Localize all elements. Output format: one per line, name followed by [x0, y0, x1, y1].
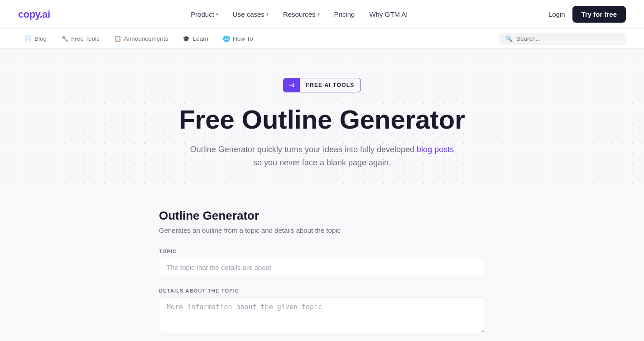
topic-field-group: TOPIC [159, 249, 485, 277]
try-for-free-button[interactable]: Try for free [572, 6, 626, 23]
subnav-search-container: 🔍 [499, 33, 626, 45]
logo-text: copy [18, 9, 40, 20]
main-content: Outline Generator Generates an outline f… [141, 191, 503, 341]
subnav-label-announcements: Announcements [124, 35, 168, 42]
subnav-label-learn: Learn [192, 35, 208, 42]
hero-section: FREE AI TOOLS Free Outline Generator Out… [0, 49, 644, 191]
details-label: DETAILS ABOUT THE TOPIC [159, 288, 485, 293]
subnav-item-how-to[interactable]: 🌐How To [216, 33, 260, 45]
announcements-icon: 📋 [114, 35, 121, 42]
chevron-down-icon: ▾ [317, 12, 320, 17]
subnav-label-blog: Blog [34, 35, 47, 42]
badge-label: FREE AI TOOLS [300, 79, 361, 91]
login-link[interactable]: Login [548, 10, 565, 18]
hero-subtitle-link[interactable]: blog posts [417, 145, 454, 154]
megaphone-icon [288, 82, 295, 89]
nav-item-product[interactable]: Product▾ [191, 10, 218, 18]
subnav-left: 📄Blog🔧Free Tools📋Announcements🎓Learn🌐How… [18, 33, 499, 45]
badge-icon-box [284, 78, 300, 92]
subnav-item-blog[interactable]: 📄Blog [18, 33, 53, 45]
subnav-label-free-tools: Free Tools [71, 35, 100, 42]
subnav-label-how-to: How To [233, 35, 253, 42]
nav-right: Login Try for free [548, 6, 626, 23]
subnav-item-announcements[interactable]: 📋Announcements [108, 33, 175, 45]
navbar: copy.ai Product▾Use cases▾Resources▾Pric… [0, 0, 644, 29]
tool-title: Outline Generator [159, 209, 485, 223]
blog-icon: 📄 [24, 35, 32, 42]
search-input[interactable] [516, 35, 620, 42]
tool-description: Generates an outline from a topic and de… [159, 226, 485, 234]
chevron-down-icon: ▾ [216, 12, 218, 17]
hero-subtitle-part2: so you never face a blank page again. [253, 158, 391, 167]
topic-input[interactable] [159, 258, 485, 277]
logo-dot-ai: .ai [40, 9, 50, 20]
nav-item-use-cases[interactable]: Use cases▾ [233, 10, 269, 18]
hero-title: Free Outline Generator [18, 105, 626, 134]
details-field-group: DETAILS ABOUT THE TOPIC [159, 288, 485, 335]
hero-subtitle-part1: Outline Generator quickly turns your ide… [190, 145, 417, 154]
subnav-item-free-tools[interactable]: 🔧Free Tools [55, 33, 106, 45]
search-icon: 🔍 [505, 35, 513, 42]
nav-item-pricing[interactable]: Pricing [334, 10, 355, 18]
logo[interactable]: copy.ai [18, 9, 50, 20]
nav-center: Product▾Use cases▾Resources▾PricingWhy G… [191, 10, 408, 18]
nav-item-resources[interactable]: Resources▾ [283, 10, 320, 18]
subnav: 📄Blog🔧Free Tools📋Announcements🎓Learn🌐How… [0, 29, 644, 49]
chevron-down-icon: ▾ [266, 12, 269, 17]
hero-subtitle: Outline Generator quickly turns your ide… [186, 143, 458, 169]
details-input[interactable] [159, 297, 485, 333]
topic-label: TOPIC [159, 249, 485, 254]
free-tools-icon: 🔧 [61, 35, 68, 42]
subnav-item-learn[interactable]: 🎓Learn [176, 33, 215, 45]
nav-item-why-gtm[interactable]: Why GTM AI [369, 10, 408, 18]
learn-icon: 🎓 [183, 35, 190, 42]
free-tools-badge: FREE AI TOOLS [283, 78, 361, 92]
how-to-icon: 🌐 [223, 35, 230, 42]
